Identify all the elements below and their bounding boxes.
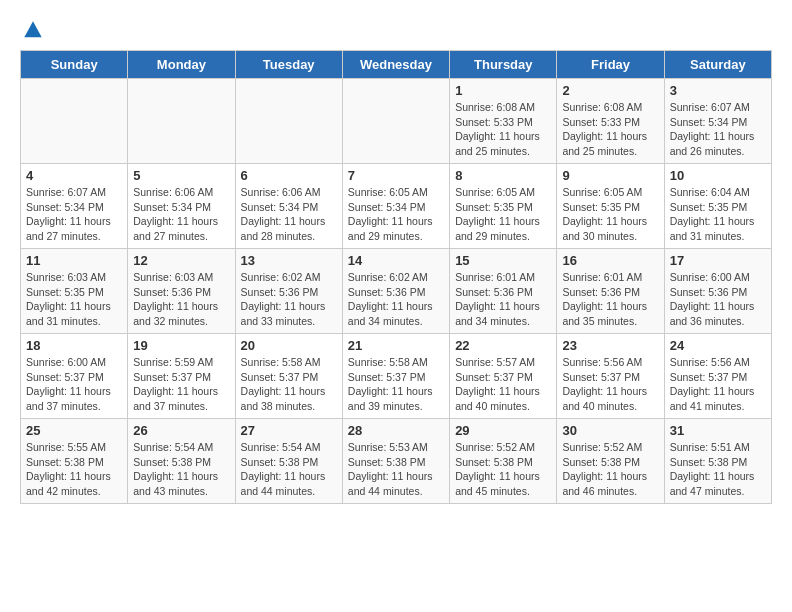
day-info: Sunrise: 6:00 AM Sunset: 5:36 PM Dayligh…	[670, 270, 766, 329]
day-header: Wednesday	[342, 51, 449, 79]
calendar-cell: 20Sunrise: 5:58 AM Sunset: 5:37 PM Dayli…	[235, 334, 342, 419]
page-header	[20, 20, 772, 40]
calendar-cell	[21, 79, 128, 164]
day-number: 30	[562, 423, 658, 438]
day-info: Sunrise: 5:53 AM Sunset: 5:38 PM Dayligh…	[348, 440, 444, 499]
day-info: Sunrise: 6:02 AM Sunset: 5:36 PM Dayligh…	[241, 270, 337, 329]
day-number: 16	[562, 253, 658, 268]
day-number: 17	[670, 253, 766, 268]
day-info: Sunrise: 6:05 AM Sunset: 5:34 PM Dayligh…	[348, 185, 444, 244]
day-info: Sunrise: 5:57 AM Sunset: 5:37 PM Dayligh…	[455, 355, 551, 414]
calendar-cell: 8Sunrise: 6:05 AM Sunset: 5:35 PM Daylig…	[450, 164, 557, 249]
day-number: 7	[348, 168, 444, 183]
calendar-cell: 10Sunrise: 6:04 AM Sunset: 5:35 PM Dayli…	[664, 164, 771, 249]
calendar-cell: 25Sunrise: 5:55 AM Sunset: 5:38 PM Dayli…	[21, 419, 128, 504]
day-header: Friday	[557, 51, 664, 79]
calendar-cell: 19Sunrise: 5:59 AM Sunset: 5:37 PM Dayli…	[128, 334, 235, 419]
day-number: 29	[455, 423, 551, 438]
calendar-cell: 29Sunrise: 5:52 AM Sunset: 5:38 PM Dayli…	[450, 419, 557, 504]
day-number: 21	[348, 338, 444, 353]
day-info: Sunrise: 6:04 AM Sunset: 5:35 PM Dayligh…	[670, 185, 766, 244]
day-info: Sunrise: 5:56 AM Sunset: 5:37 PM Dayligh…	[670, 355, 766, 414]
day-info: Sunrise: 6:03 AM Sunset: 5:36 PM Dayligh…	[133, 270, 229, 329]
calendar-cell: 3Sunrise: 6:07 AM Sunset: 5:34 PM Daylig…	[664, 79, 771, 164]
day-info: Sunrise: 6:05 AM Sunset: 5:35 PM Dayligh…	[455, 185, 551, 244]
calendar-cell: 31Sunrise: 5:51 AM Sunset: 5:38 PM Dayli…	[664, 419, 771, 504]
calendar-cell: 9Sunrise: 6:05 AM Sunset: 5:35 PM Daylig…	[557, 164, 664, 249]
day-info: Sunrise: 6:08 AM Sunset: 5:33 PM Dayligh…	[562, 100, 658, 159]
day-info: Sunrise: 6:01 AM Sunset: 5:36 PM Dayligh…	[455, 270, 551, 329]
day-info: Sunrise: 5:54 AM Sunset: 5:38 PM Dayligh…	[133, 440, 229, 499]
calendar-table: SundayMondayTuesdayWednesdayThursdayFrid…	[20, 50, 772, 504]
calendar-cell: 27Sunrise: 5:54 AM Sunset: 5:38 PM Dayli…	[235, 419, 342, 504]
day-number: 12	[133, 253, 229, 268]
day-number: 6	[241, 168, 337, 183]
day-number: 3	[670, 83, 766, 98]
calendar-cell: 11Sunrise: 6:03 AM Sunset: 5:35 PM Dayli…	[21, 249, 128, 334]
logo-icon	[23, 20, 43, 40]
day-number: 5	[133, 168, 229, 183]
calendar-cell	[342, 79, 449, 164]
day-info: Sunrise: 6:08 AM Sunset: 5:33 PM Dayligh…	[455, 100, 551, 159]
day-info: Sunrise: 6:00 AM Sunset: 5:37 PM Dayligh…	[26, 355, 122, 414]
calendar-cell: 4Sunrise: 6:07 AM Sunset: 5:34 PM Daylig…	[21, 164, 128, 249]
day-info: Sunrise: 6:02 AM Sunset: 5:36 PM Dayligh…	[348, 270, 444, 329]
calendar-cell: 24Sunrise: 5:56 AM Sunset: 5:37 PM Dayli…	[664, 334, 771, 419]
day-number: 10	[670, 168, 766, 183]
day-info: Sunrise: 5:56 AM Sunset: 5:37 PM Dayligh…	[562, 355, 658, 414]
day-info: Sunrise: 6:03 AM Sunset: 5:35 PM Dayligh…	[26, 270, 122, 329]
day-info: Sunrise: 6:06 AM Sunset: 5:34 PM Dayligh…	[241, 185, 337, 244]
day-number: 28	[348, 423, 444, 438]
day-info: Sunrise: 5:55 AM Sunset: 5:38 PM Dayligh…	[26, 440, 122, 499]
calendar-cell: 18Sunrise: 6:00 AM Sunset: 5:37 PM Dayli…	[21, 334, 128, 419]
day-info: Sunrise: 5:52 AM Sunset: 5:38 PM Dayligh…	[455, 440, 551, 499]
calendar-cell: 12Sunrise: 6:03 AM Sunset: 5:36 PM Dayli…	[128, 249, 235, 334]
day-number: 27	[241, 423, 337, 438]
calendar-cell: 22Sunrise: 5:57 AM Sunset: 5:37 PM Dayli…	[450, 334, 557, 419]
svg-marker-0	[24, 21, 41, 37]
calendar-cell: 14Sunrise: 6:02 AM Sunset: 5:36 PM Dayli…	[342, 249, 449, 334]
calendar-cell	[235, 79, 342, 164]
day-header: Tuesday	[235, 51, 342, 79]
calendar-cell: 23Sunrise: 5:56 AM Sunset: 5:37 PM Dayli…	[557, 334, 664, 419]
day-info: Sunrise: 6:06 AM Sunset: 5:34 PM Dayligh…	[133, 185, 229, 244]
day-number: 22	[455, 338, 551, 353]
day-number: 20	[241, 338, 337, 353]
calendar-cell: 5Sunrise: 6:06 AM Sunset: 5:34 PM Daylig…	[128, 164, 235, 249]
calendar-cell: 28Sunrise: 5:53 AM Sunset: 5:38 PM Dayli…	[342, 419, 449, 504]
day-header: Thursday	[450, 51, 557, 79]
day-number: 19	[133, 338, 229, 353]
day-number: 11	[26, 253, 122, 268]
day-info: Sunrise: 5:59 AM Sunset: 5:37 PM Dayligh…	[133, 355, 229, 414]
day-number: 2	[562, 83, 658, 98]
calendar-cell: 21Sunrise: 5:58 AM Sunset: 5:37 PM Dayli…	[342, 334, 449, 419]
day-number: 14	[348, 253, 444, 268]
logo	[20, 20, 43, 40]
day-info: Sunrise: 5:51 AM Sunset: 5:38 PM Dayligh…	[670, 440, 766, 499]
calendar-cell: 2Sunrise: 6:08 AM Sunset: 5:33 PM Daylig…	[557, 79, 664, 164]
day-number: 1	[455, 83, 551, 98]
calendar-cell: 13Sunrise: 6:02 AM Sunset: 5:36 PM Dayli…	[235, 249, 342, 334]
day-header: Sunday	[21, 51, 128, 79]
day-info: Sunrise: 5:58 AM Sunset: 5:37 PM Dayligh…	[241, 355, 337, 414]
calendar-cell: 6Sunrise: 6:06 AM Sunset: 5:34 PM Daylig…	[235, 164, 342, 249]
day-info: Sunrise: 6:07 AM Sunset: 5:34 PM Dayligh…	[670, 100, 766, 159]
day-header: Monday	[128, 51, 235, 79]
day-header: Saturday	[664, 51, 771, 79]
calendar-cell: 30Sunrise: 5:52 AM Sunset: 5:38 PM Dayli…	[557, 419, 664, 504]
calendar-cell: 1Sunrise: 6:08 AM Sunset: 5:33 PM Daylig…	[450, 79, 557, 164]
day-info: Sunrise: 5:58 AM Sunset: 5:37 PM Dayligh…	[348, 355, 444, 414]
day-info: Sunrise: 6:05 AM Sunset: 5:35 PM Dayligh…	[562, 185, 658, 244]
day-number: 26	[133, 423, 229, 438]
calendar-cell: 15Sunrise: 6:01 AM Sunset: 5:36 PM Dayli…	[450, 249, 557, 334]
calendar-cell: 17Sunrise: 6:00 AM Sunset: 5:36 PM Dayli…	[664, 249, 771, 334]
day-number: 23	[562, 338, 658, 353]
calendar-cell: 7Sunrise: 6:05 AM Sunset: 5:34 PM Daylig…	[342, 164, 449, 249]
day-info: Sunrise: 5:54 AM Sunset: 5:38 PM Dayligh…	[241, 440, 337, 499]
calendar-cell: 26Sunrise: 5:54 AM Sunset: 5:38 PM Dayli…	[128, 419, 235, 504]
day-number: 18	[26, 338, 122, 353]
day-info: Sunrise: 6:07 AM Sunset: 5:34 PM Dayligh…	[26, 185, 122, 244]
calendar-cell: 16Sunrise: 6:01 AM Sunset: 5:36 PM Dayli…	[557, 249, 664, 334]
day-info: Sunrise: 5:52 AM Sunset: 5:38 PM Dayligh…	[562, 440, 658, 499]
day-number: 15	[455, 253, 551, 268]
